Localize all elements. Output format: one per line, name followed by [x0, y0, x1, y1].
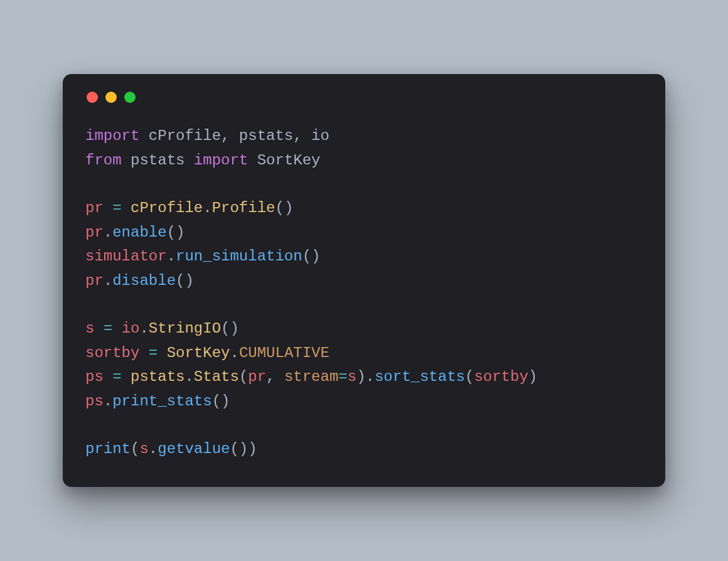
code-token: ()	[221, 320, 239, 337]
code-token: .	[139, 320, 148, 337]
code-token: from	[85, 152, 131, 169]
code-line: from pstats import SortKey	[85, 149, 643, 173]
close-icon[interactable]	[87, 92, 98, 103]
code-line: sortby = SortKey.CUMULATIVE	[85, 341, 643, 365]
code-token: s	[348, 368, 356, 385]
code-token: .	[149, 441, 158, 457]
code-token: ())	[230, 441, 257, 457]
code-token: Stats	[194, 368, 239, 385]
code-line: import cProfile, pstats, io	[85, 124, 643, 148]
code-token: cProfile	[149, 127, 221, 144]
code-token: Profile	[212, 200, 276, 216]
code-token: .	[104, 272, 112, 289]
code-token: CUMULATIVE	[239, 345, 329, 361]
code-block: import cProfile, pstats, iofrom pstats i…	[85, 124, 643, 461]
code-token: sortby	[85, 345, 149, 361]
code-token: run_simulation	[176, 248, 302, 265]
code-token: enable	[112, 224, 166, 241]
code-token: StringIO	[149, 320, 221, 337]
code-token: =	[112, 368, 131, 385]
code-token: ps	[85, 368, 112, 385]
code-token: ()	[176, 272, 194, 289]
code-line: pr = cProfile.Profile()	[85, 196, 643, 220]
code-token: pr	[85, 200, 112, 216]
code-token: =	[338, 368, 347, 385]
code-token: =	[112, 200, 131, 216]
code-token: io	[311, 127, 329, 144]
code-token: print	[85, 441, 131, 457]
code-token: .	[104, 224, 112, 241]
code-token: print_stats	[112, 393, 211, 410]
stage: import cProfile, pstats, iofrom pstats i…	[0, 0, 728, 561]
code-line	[85, 414, 643, 437]
code-window: import cProfile, pstats, iofrom pstats i…	[63, 74, 665, 486]
code-token: s	[85, 320, 104, 337]
code-token: =	[149, 345, 167, 361]
code-token: ps	[85, 393, 104, 410]
code-line: print(s.getvalue())	[85, 437, 643, 461]
code-line	[85, 173, 643, 196]
code-token: pstats	[131, 152, 194, 169]
code-line: pr.enable()	[85, 221, 643, 245]
code-token: ,	[293, 127, 311, 144]
code-line: pr.disable()	[85, 269, 643, 293]
code-token: ()	[302, 248, 321, 265]
code-token: SortKey	[167, 345, 230, 361]
code-token: =	[104, 320, 122, 337]
code-token: pr	[85, 224, 104, 241]
code-token: pstats	[131, 368, 185, 385]
code-token: )	[528, 368, 537, 385]
code-token: .	[203, 200, 211, 216]
code-token: .	[185, 368, 193, 385]
code-token: pr	[85, 272, 104, 289]
code-token: .	[104, 393, 112, 410]
code-token: pr	[248, 368, 266, 385]
code-token: import	[194, 152, 257, 169]
code-token: ()	[275, 200, 293, 216]
code-token: ).	[356, 368, 375, 385]
code-token: cProfile	[131, 200, 203, 216]
code-token: io	[122, 320, 140, 337]
code-token: sort_stats	[375, 368, 465, 385]
code-token: (	[465, 368, 474, 385]
code-line: ps.print_stats()	[85, 390, 643, 414]
code-token: getvalue	[158, 441, 230, 457]
code-token: .	[167, 248, 176, 265]
code-token: ,	[266, 368, 284, 385]
code-token: (	[239, 368, 248, 385]
code-line: ps = pstats.Stats(pr, stream=s).sort_sta…	[85, 365, 643, 389]
code-token: s	[139, 441, 148, 457]
code-token: import	[85, 127, 149, 144]
code-token: ()	[167, 224, 185, 241]
code-token: pstats	[239, 127, 293, 144]
code-token: ,	[221, 127, 239, 144]
code-line: simulator.run_simulation()	[85, 245, 643, 269]
code-token: SortKey	[257, 152, 321, 169]
code-token: .	[230, 345, 238, 361]
code-token: (	[131, 441, 139, 457]
window-controls	[87, 92, 643, 103]
code-token: sortby	[474, 368, 528, 385]
code-line: s = io.StringIO()	[85, 317, 643, 341]
minimize-icon[interactable]	[105, 92, 117, 103]
code-token: ()	[212, 393, 230, 410]
code-line	[85, 293, 643, 317]
code-token: simulator	[85, 248, 167, 265]
code-token: disable	[112, 272, 176, 289]
code-token: stream	[284, 368, 338, 385]
maximize-icon[interactable]	[124, 92, 136, 103]
